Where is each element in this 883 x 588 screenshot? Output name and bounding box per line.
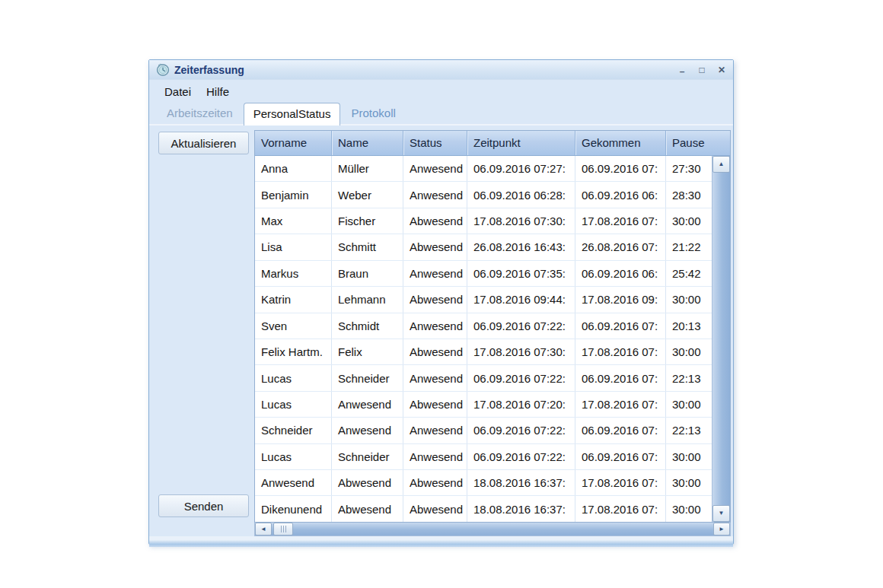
table-cell: Lucas bbox=[255, 392, 331, 417]
table-cell: Markus bbox=[255, 261, 331, 286]
table-cell: 06.09.2016 06:28: bbox=[467, 182, 575, 207]
window-title: Zeiterfassung bbox=[174, 64, 244, 76]
table-cell: 26.08.2016 16:43: bbox=[467, 234, 575, 259]
table-cell: Felix Hartm. bbox=[255, 339, 331, 364]
table-cell: Anwesend bbox=[403, 313, 467, 338]
table-row[interactable]: Felix Hartm.FelixAbwesend17.08.2016 07:3… bbox=[255, 339, 712, 365]
table-cell: Schneider bbox=[331, 365, 403, 390]
table-cell: Abwesend bbox=[403, 287, 467, 312]
scroll-up-button[interactable]: ▲ bbox=[712, 156, 730, 173]
table-cell: 06.09.2016 07: bbox=[575, 313, 665, 338]
column-header-name[interactable]: Name bbox=[331, 131, 403, 155]
menu-bar: Datei Hilfe bbox=[149, 80, 733, 103]
table-cell: 06.09.2016 06: bbox=[575, 261, 665, 286]
left-panel: Aktualisieren Senden bbox=[149, 126, 254, 536]
table-cell: 18.08.2016 16:37: bbox=[467, 470, 575, 495]
table-cell: Anwesend bbox=[403, 365, 467, 390]
table-cell: Max bbox=[255, 208, 331, 234]
table-row[interactable]: SvenSchmidtAnwesend06.09.2016 07:22:06.0… bbox=[255, 313, 712, 339]
table-cell: Braun bbox=[331, 261, 403, 286]
table-row[interactable]: BenjaminWeberAnwesend06.09.2016 06:28:06… bbox=[255, 182, 712, 208]
table-cell: Anwesend bbox=[255, 470, 331, 495]
column-header-status[interactable]: Status bbox=[403, 131, 467, 155]
tab-personalstatus[interactable]: PersonalStatus bbox=[244, 103, 341, 126]
column-header-zeitpunkt[interactable]: Zeitpunkt bbox=[467, 131, 575, 155]
scroll-left-icon: ◄ bbox=[260, 526, 266, 532]
tab-protokoll[interactable]: Protokoll bbox=[343, 103, 403, 124]
table-header: VornameNameStatusZeitpunktGekommenPause bbox=[255, 131, 730, 156]
table-cell: 30:00 bbox=[665, 470, 712, 495]
scroll-down-icon: ▼ bbox=[719, 510, 725, 516]
window-bottom-band bbox=[149, 536, 733, 547]
table-cell: Abwesend bbox=[403, 208, 467, 234]
table-row[interactable]: DikenunendAbwesendAbwesend18.08.2016 16:… bbox=[255, 496, 712, 521]
maximize-icon[interactable]: □ bbox=[697, 65, 707, 75]
send-button[interactable]: Senden bbox=[158, 494, 249, 517]
table-cell: Sven bbox=[255, 313, 331, 338]
scroll-left-button[interactable]: ◄ bbox=[255, 523, 272, 536]
table-row[interactable]: AnwesendAbwesendAbwesend18.08.2016 16:37… bbox=[255, 470, 712, 496]
table-cell: Abwesend bbox=[403, 339, 467, 364]
vertical-scrollbar[interactable]: ▲ ▼ bbox=[712, 156, 730, 522]
horizontal-scroll-track[interactable] bbox=[293, 523, 713, 536]
table-cell: 17.08.2016 07: bbox=[575, 339, 665, 364]
close-icon[interactable]: ✕ bbox=[716, 65, 727, 75]
table-row[interactable]: AnnaMüllerAnwesend06.09.2016 07:27:06.09… bbox=[255, 156, 712, 182]
column-header-gekommen[interactable]: Gekommen bbox=[575, 131, 665, 155]
table-cell: 26.08.2016 07: bbox=[575, 234, 665, 259]
table-cell: 06.09.2016 07: bbox=[575, 418, 665, 443]
horizontal-scrollbar[interactable]: ◄ ► bbox=[254, 523, 731, 536]
table-cell: 06.09.2016 06: bbox=[575, 182, 665, 207]
vertical-scroll-track[interactable] bbox=[712, 173, 730, 505]
menu-item-hilfe[interactable]: Hilfe bbox=[200, 83, 235, 100]
thumb-grip-icon bbox=[281, 526, 286, 532]
column-header-pause[interactable]: Pause bbox=[665, 131, 730, 155]
menu-item-datei[interactable]: Datei bbox=[158, 83, 197, 100]
table-cell: Schneider bbox=[255, 418, 331, 443]
table-section: VornameNameStatusZeitpunktGekommenPause … bbox=[254, 126, 733, 536]
tab-arbeitszeiten[interactable]: Arbeitszeiten bbox=[158, 103, 241, 124]
title-bar[interactable]: Zeiterfassung – □ ✕ bbox=[149, 60, 733, 80]
scroll-right-button[interactable]: ► bbox=[713, 523, 730, 536]
table-cell: Anna bbox=[255, 156, 331, 181]
table-cell: 20:13 bbox=[665, 313, 712, 338]
table-row[interactable]: LucasAnwesendAbwesend17.08.2016 07:20:17… bbox=[255, 392, 712, 418]
table-row[interactable]: KatrinLehmannAbwesend17.08.2016 09:44:17… bbox=[255, 287, 712, 313]
table-row[interactable]: MaxFischerAbwesend17.08.2016 07:30:17.08… bbox=[255, 208, 712, 234]
personal-status-table: VornameNameStatusZeitpunktGekommenPause … bbox=[254, 130, 731, 523]
table-cell: 06.09.2016 07:22: bbox=[467, 444, 575, 469]
table-cell: Anwesend bbox=[331, 418, 403, 443]
column-header-vorname[interactable]: Vorname bbox=[255, 131, 331, 155]
table-cell: 17.08.2016 09: bbox=[575, 287, 665, 312]
table-cell: Lucas bbox=[255, 365, 331, 390]
table-cell: Anwesend bbox=[403, 418, 467, 443]
table-row[interactable]: SchneiderAnwesendAnwesend06.09.2016 07:2… bbox=[255, 418, 712, 443]
table-cell: 06.09.2016 07:22: bbox=[467, 313, 575, 338]
scroll-up-icon: ▲ bbox=[719, 161, 725, 167]
table-cell: Schmidt bbox=[331, 313, 403, 338]
table-row[interactable]: LucasSchneiderAnwesend06.09.2016 07:22:0… bbox=[255, 444, 712, 470]
scroll-down-button[interactable]: ▼ bbox=[712, 505, 730, 522]
table-cell: 30:00 bbox=[665, 208, 712, 234]
minimize-icon[interactable]: – bbox=[677, 66, 687, 77]
tab-bar: Arbeitszeiten PersonalStatus Protokoll bbox=[149, 103, 733, 126]
table-cell: Müller bbox=[331, 156, 403, 181]
table-cell: 17.08.2016 07: bbox=[575, 470, 665, 495]
table-row[interactable]: LisaSchmittAbwesend26.08.2016 16:43:26.0… bbox=[255, 234, 712, 260]
table-cell: 06.09.2016 07:22: bbox=[467, 365, 575, 390]
horizontal-scroll-thumb[interactable] bbox=[273, 523, 293, 536]
table-row[interactable]: LucasSchneiderAnwesend06.09.2016 07:22:0… bbox=[255, 365, 712, 391]
table-row[interactable]: MarkusBraunAnwesend06.09.2016 07:35:06.0… bbox=[255, 261, 712, 287]
table-cell: Anwesend bbox=[403, 156, 467, 181]
refresh-button[interactable]: Aktualisieren bbox=[158, 132, 249, 154]
table-cell: 06.09.2016 07:35: bbox=[467, 261, 575, 286]
table-cell: Abwesend bbox=[331, 496, 403, 521]
table-cell: Weber bbox=[331, 182, 403, 207]
table-cell: Schmitt bbox=[331, 234, 403, 259]
table-cell: 30:00 bbox=[665, 496, 712, 521]
table-cell: Katrin bbox=[255, 287, 331, 312]
table-cell: 21:22 bbox=[665, 234, 712, 259]
table-cell: Abwesend bbox=[403, 470, 467, 495]
clock-icon bbox=[156, 63, 170, 76]
table-cell: 17.08.2016 07:30: bbox=[467, 208, 575, 234]
